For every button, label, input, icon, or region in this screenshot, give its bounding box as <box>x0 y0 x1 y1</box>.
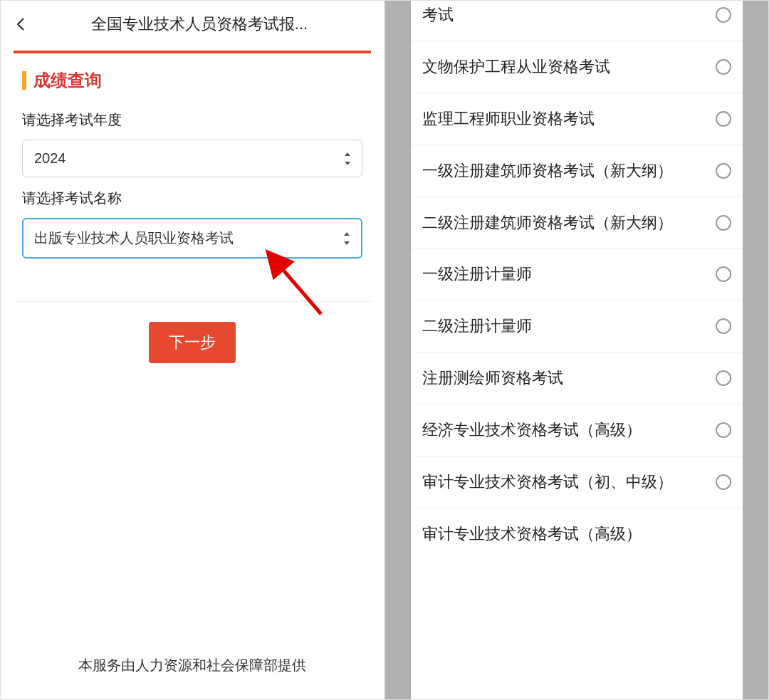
exam-label: 请选择考试名称 <box>22 189 362 208</box>
annotation-arrow <box>264 250 328 321</box>
year-select[interactable]: 2024 <box>22 140 362 177</box>
option-label: 文物保护工程从业资格考试 <box>422 56 716 78</box>
footer-text: 本服务由人力资源和社会保障部提供 <box>1 656 384 675</box>
radio-icon[interactable] <box>716 111 731 127</box>
year-value: 2024 <box>34 150 66 166</box>
radio-icon[interactable] <box>716 163 731 179</box>
section-header: 成绩查询 <box>1 53 384 92</box>
option-label: 经济专业技术资格考试（高级） <box>422 419 716 442</box>
radio-icon[interactable] <box>716 266 731 282</box>
list-item[interactable]: 经济专业技术资格考试（高级） <box>411 404 743 456</box>
radio-icon[interactable] <box>716 7 731 23</box>
option-label: 审计专业技术资格考试（初、中级） <box>422 471 716 493</box>
exam-select[interactable]: 出版专业技术人员职业资格考试 <box>22 218 362 258</box>
exam-option-list[interactable]: 考试 文物保护工程从业资格考试 监理工程师职业资格考试 一级注册建筑师资格考试（… <box>411 1 743 699</box>
radio-icon[interactable] <box>716 370 731 386</box>
radio-icon[interactable] <box>716 59 731 75</box>
query-form: 请选择考试年度 2024 请选择考试名称 出版专业技术人员职业资格考试 <box>1 92 384 258</box>
option-label: 考试 <box>422 4 716 26</box>
radio-icon[interactable] <box>716 474 731 490</box>
svg-line-0 <box>277 263 321 314</box>
option-label: 一级注册建筑师资格考试（新大纲） <box>422 160 716 182</box>
list-item[interactable]: 考试 <box>411 1 743 41</box>
option-label: 注册测绘师资格考试 <box>422 367 716 390</box>
list-item[interactable]: 监理工程师职业资格考试 <box>411 93 743 145</box>
radio-icon[interactable] <box>716 318 731 334</box>
list-item[interactable]: 二级注册建筑师资格考试（新大纲） <box>411 197 743 249</box>
option-label: 审计专业技术资格考试（高级） <box>422 523 731 545</box>
list-item[interactable]: 一级注册计量师 <box>411 249 743 301</box>
score-query-screen: 全国专业技术人员资格考试报... 成绩查询 请选择考试年度 2024 请选择考试… <box>0 0 384 700</box>
list-item[interactable]: 审计专业技术资格考试（高级） <box>411 508 743 560</box>
radio-icon[interactable] <box>716 422 731 438</box>
accent-bar <box>22 71 26 90</box>
page-title: 全国专业技术人员资格考试报... <box>28 14 371 35</box>
divider <box>14 301 371 302</box>
section-title-text: 成绩查询 <box>33 69 102 92</box>
chevron-updown-icon <box>343 152 352 165</box>
exam-value: 出版专业技术人员职业资格考试 <box>34 230 234 246</box>
header-bar: 全国专业技术人员资格考试报... <box>1 1 384 46</box>
option-label: 二级注册建筑师资格考试（新大纲） <box>422 211 716 234</box>
chevron-updown-icon <box>342 232 351 245</box>
list-item[interactable]: 文物保护工程从业资格考试 <box>411 41 743 93</box>
list-item[interactable]: 审计专业技术资格考试（初、中级） <box>411 456 743 508</box>
radio-icon[interactable] <box>716 215 731 231</box>
back-icon[interactable] <box>14 17 28 31</box>
list-item[interactable]: 注册测绘师资格考试 <box>411 352 743 404</box>
next-button[interactable]: 下一步 <box>149 322 236 363</box>
option-label: 二级注册计量师 <box>422 315 716 338</box>
option-label: 监理工程师职业资格考试 <box>422 108 716 130</box>
list-item[interactable]: 二级注册计量师 <box>411 301 743 352</box>
option-label: 一级注册计量师 <box>422 263 716 286</box>
exam-options-screen: 考试 文物保护工程从业资格考试 监理工程师职业资格考试 一级注册建筑师资格考试（… <box>384 0 769 700</box>
year-label: 请选择考试年度 <box>22 110 362 130</box>
list-item[interactable]: 一级注册建筑师资格考试（新大纲） <box>411 145 743 197</box>
